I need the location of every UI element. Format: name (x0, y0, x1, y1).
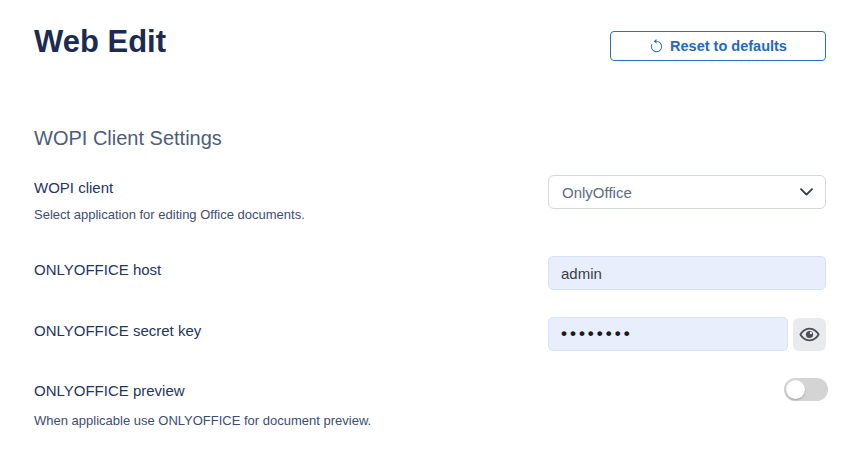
section-title-wopi-client-settings: WOPI Client Settings (34, 127, 222, 150)
wopi-client-selected-value: OnlyOffice (562, 184, 800, 201)
wopi-client-label: WOPI client (34, 179, 113, 196)
onlyoffice-host-label: ONLYOFFICE host (34, 261, 161, 278)
onlyoffice-host-input[interactable] (548, 256, 826, 290)
toggle-secret-visibility-button[interactable] (793, 318, 826, 351)
web-edit-settings-page: Web Edit Reset to defaults WOPI Client S… (0, 0, 860, 454)
onlyoffice-preview-description: When applicable use ONLYOFFICE for docum… (34, 413, 371, 428)
page-title: Web Edit (34, 24, 166, 60)
onlyoffice-secret-key-input[interactable] (548, 317, 788, 351)
onlyoffice-preview-toggle[interactable] (784, 378, 828, 401)
eye-icon (799, 324, 820, 345)
reset-button-label: Reset to defaults (670, 38, 787, 54)
chevron-down-icon (800, 188, 813, 196)
onlyoffice-secret-key-label: ONLYOFFICE secret key (34, 322, 201, 339)
reset-icon (649, 39, 664, 54)
toggle-knob (786, 380, 805, 399)
reset-to-defaults-button[interactable]: Reset to defaults (610, 31, 826, 61)
wopi-client-select[interactable]: OnlyOffice (548, 175, 826, 209)
onlyoffice-preview-label: ONLYOFFICE preview (34, 382, 185, 399)
wopi-client-description: Select application for editing Office do… (34, 207, 305, 222)
